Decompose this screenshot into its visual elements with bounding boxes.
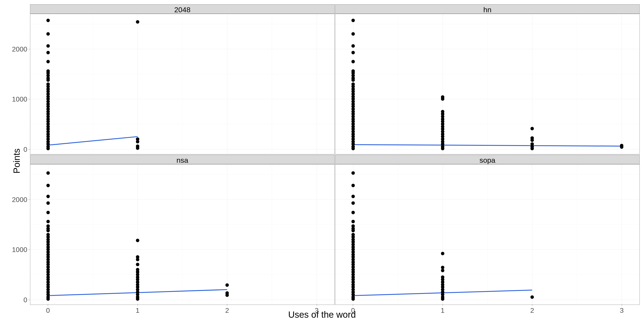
- data-point: [352, 229, 355, 232]
- data-point: [352, 195, 355, 198]
- data-point: [352, 60, 355, 63]
- y-tick-label: 2000: [12, 196, 27, 204]
- svg-line-1: [353, 145, 622, 146]
- data-point: [136, 20, 139, 24]
- y-tick-label: 2000: [12, 45, 27, 53]
- data-point: [46, 51, 50, 54]
- data-point: [441, 97, 444, 101]
- x-tick-label: 0: [46, 306, 50, 314]
- data-point: [620, 145, 624, 149]
- data-point: [46, 184, 50, 187]
- facet-title: nsa: [30, 155, 335, 164]
- data-point: [226, 283, 229, 287]
- data-point: [352, 184, 355, 187]
- data-point: [136, 297, 139, 301]
- facet-hn: hn: [335, 4, 640, 154]
- data-point: [441, 269, 444, 272]
- y-tick-label: 0: [24, 296, 27, 304]
- data-point: [136, 263, 139, 266]
- data-point: [46, 78, 50, 82]
- facet-panel: [335, 14, 640, 154]
- data-point: [46, 297, 50, 301]
- facet-panel: [30, 14, 335, 154]
- data-point: [46, 147, 50, 150]
- data-point: [352, 147, 355, 150]
- data-point: [352, 211, 355, 214]
- data-point: [136, 146, 139, 150]
- svg-line-0: [48, 136, 138, 145]
- x-tick-label: 2: [530, 306, 534, 314]
- data-point: [46, 44, 50, 48]
- x-tick-label: 3: [315, 306, 319, 314]
- data-point: [46, 19, 50, 22]
- data-point: [530, 127, 534, 130]
- data-point: [46, 201, 50, 205]
- data-point: [46, 171, 50, 175]
- data-point: [226, 294, 229, 297]
- data-point: [352, 51, 355, 54]
- facet-panel: [335, 164, 640, 305]
- data-point: [46, 32, 50, 36]
- y-tick-label: 1000: [12, 246, 27, 254]
- facet-title: 2048: [30, 4, 335, 14]
- facet-title: sopa: [335, 155, 640, 164]
- y-tick-label: 1000: [12, 95, 27, 103]
- data-point: [46, 220, 50, 223]
- y-tick-label: 0: [24, 145, 27, 153]
- data-point: [530, 138, 534, 142]
- data-point: [136, 258, 139, 261]
- data-point: [352, 19, 355, 22]
- data-point: [352, 171, 355, 175]
- facet-panel: [30, 164, 335, 305]
- x-tick-label: 1: [136, 306, 140, 314]
- x-tick-labels: 0123 0123: [30, 305, 640, 311]
- facet-2048: 2048: [30, 4, 335, 154]
- data-point: [530, 296, 534, 299]
- x-tick-label: 2: [225, 306, 229, 314]
- data-point: [352, 32, 355, 36]
- data-point: [441, 297, 444, 301]
- chart-container: Points Uses of the word 010002000 010002…: [0, 0, 644, 322]
- data-point: [136, 239, 139, 242]
- data-point: [46, 229, 50, 232]
- data-point: [352, 78, 355, 82]
- x-tick-label: 1: [441, 306, 444, 314]
- data-point: [352, 201, 355, 205]
- data-point: [441, 252, 444, 255]
- data-point: [136, 140, 139, 144]
- data-point: [46, 60, 50, 63]
- facet-sopa: sopa: [335, 155, 640, 305]
- data-point: [352, 220, 355, 223]
- data-point: [352, 297, 355, 301]
- facet-grid: 2048 hn nsa sopa: [30, 4, 640, 305]
- data-point: [46, 195, 50, 198]
- data-point: [352, 44, 355, 48]
- y-tick-labels: 010002000 010002000: [16, 4, 29, 305]
- facet-title: hn: [335, 4, 640, 14]
- data-point: [530, 147, 534, 150]
- x-tick-label: 3: [620, 306, 624, 314]
- facet-nsa: nsa: [30, 155, 335, 305]
- x-tick-label: 0: [351, 306, 355, 314]
- data-point: [441, 147, 444, 150]
- data-point: [46, 211, 50, 214]
